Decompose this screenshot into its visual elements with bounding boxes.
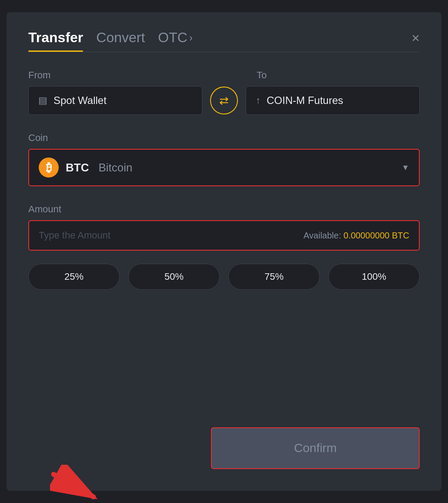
from-label: From	[28, 70, 191, 81]
swap-icon: ⇄	[219, 94, 229, 107]
btc-icon: ₿	[39, 158, 59, 178]
wallet-selectors-row: ▤ Spot Wallet ⇄ ↑ COIN-M Futures	[28, 86, 420, 115]
svg-line-1	[53, 474, 94, 497]
amount-section: Amount Type the Amount Available: 0.0000…	[28, 204, 420, 251]
tab-convert[interactable]: Convert	[96, 30, 145, 52]
wallet-card-icon: ▤	[38, 95, 47, 106]
amount-input-box[interactable]: Type the Amount Available: 0.00000000 BT…	[28, 220, 420, 251]
amount-label: Amount	[28, 204, 420, 215]
to-label: To	[257, 70, 420, 81]
modal-header: Transfer Convert OTC › ×	[28, 30, 420, 52]
percent-25-button[interactable]: 25%	[28, 264, 120, 290]
bottom-section: Confirm	[28, 427, 420, 469]
percent-buttons-row: 25% 50% 75% 100%	[28, 264, 420, 290]
to-wallet-selector[interactable]: ↑ COIN-M Futures	[246, 86, 420, 115]
to-wallet-name: COIN-M Futures	[267, 94, 343, 107]
coin-full-name: Bitcoin	[98, 161, 132, 174]
amount-placeholder: Type the Amount	[39, 230, 110, 241]
coin-selector[interactable]: ₿ BTC Bitcoin ▼	[28, 149, 420, 186]
futures-icon: ↑	[256, 95, 261, 106]
tab-transfer[interactable]: Transfer	[28, 30, 83, 52]
from-wallet-name: Spot Wallet	[53, 94, 107, 107]
red-arrow-icon	[50, 465, 102, 503]
close-button[interactable]: ×	[411, 31, 420, 51]
available-amount-value: 0.00000000 BTC	[344, 231, 409, 240]
transfer-modal: Transfer Convert OTC › × From To ▤ Spot …	[7, 12, 441, 491]
coin-dropdown-arrow-icon: ▼	[401, 163, 409, 172]
tab-otc[interactable]: OTC ›	[158, 30, 193, 52]
wallet-labels: From To	[28, 70, 420, 81]
header-divider	[28, 52, 420, 52]
coin-symbol: BTC	[66, 161, 89, 174]
confirm-button[interactable]: Confirm	[211, 427, 420, 469]
percent-100-button[interactable]: 100%	[328, 264, 420, 290]
from-wallet-selector[interactable]: ▤ Spot Wallet	[28, 86, 202, 115]
available-balance: Available: 0.00000000 BTC	[304, 231, 409, 241]
otc-chevron-icon: ›	[189, 32, 193, 44]
swap-button[interactable]: ⇄	[210, 87, 238, 114]
coin-label: Coin	[28, 132, 420, 144]
percent-50-button[interactable]: 50%	[128, 264, 220, 290]
percent-75-button[interactable]: 75%	[228, 264, 320, 290]
